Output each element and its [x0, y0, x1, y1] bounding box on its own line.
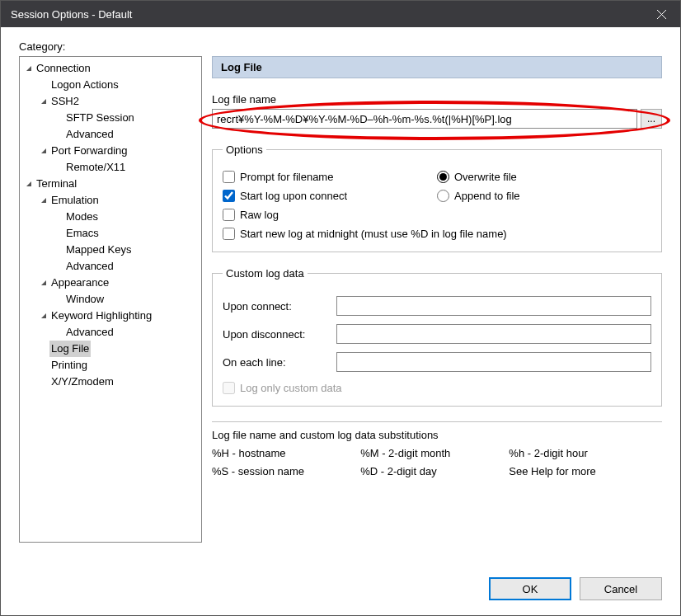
logfile-name-input[interactable] [212, 109, 637, 129]
close-icon [657, 10, 666, 19]
chevron-down-icon[interactable] [23, 65, 35, 72]
tree-item-window[interactable]: Window [20, 291, 201, 308]
tree-item-emulation[interactable]: Emulation [20, 192, 201, 209]
upon-connect-label: Upon connect: [223, 300, 330, 313]
tree-item-label: Remote/X11 [64, 159, 127, 176]
tree-item-label: Advanced [64, 258, 115, 275]
only-custom-label: Log only custom data [240, 382, 342, 394]
tree-item-label: Printing [49, 357, 89, 374]
options-legend: Options [223, 143, 266, 156]
window-title: Session Options - Default [11, 8, 132, 21]
tree-item-emacs[interactable]: Emacs [20, 225, 201, 242]
each-line-input[interactable] [336, 352, 651, 372]
tree-item-remote-x11[interactable]: Remote/X11 [20, 159, 201, 176]
sub-h: %H - hostname [212, 444, 360, 463]
tree-item-label: Modes [64, 209, 100, 225]
titlebar: Session Options - Default [1, 1, 680, 27]
tree-item-label: Emacs [64, 225, 101, 242]
tree-item-label: Port Forwarding [49, 143, 129, 159]
substitutions-section: Log file name and custom log data substi… [212, 421, 662, 481]
overwrite-label: Overwrite file [454, 171, 517, 183]
raw-log-checkbox[interactable] [223, 209, 235, 221]
tree-item-logon-actions[interactable]: Logon Actions [20, 77, 201, 93]
tree-item-advanced[interactable]: Advanced [20, 324, 201, 341]
tree-item-mapped-keys[interactable]: Mapped Keys [20, 242, 201, 258]
tree-item-label: Keyword Highlighting [49, 308, 153, 324]
chevron-down-icon[interactable] [38, 148, 49, 154]
tree-item-appearance[interactable]: Appearance [20, 275, 201, 291]
close-button[interactable] [642, 1, 680, 27]
tree-item-modes[interactable]: Modes [20, 209, 201, 225]
tree-item-keyword-highlighting[interactable]: Keyword Highlighting [20, 308, 201, 324]
tree-item-connection[interactable]: Connection [20, 60, 201, 77]
substitutions-title: Log file name and custom log data substi… [212, 429, 662, 441]
upon-connect-input[interactable] [336, 296, 651, 316]
sub-d: %D - 2-digit day [360, 463, 509, 481]
custom-log-group: Custom log data Upon connect: Upon disco… [212, 267, 662, 407]
tree-item-terminal[interactable]: Terminal [20, 176, 201, 192]
tree-item-port-forwarding[interactable]: Port Forwarding [20, 143, 201, 159]
tree-item-label: Advanced [64, 324, 115, 341]
tree-item-printing[interactable]: Printing [20, 357, 201, 374]
prompt-filename-checkbox[interactable] [223, 171, 235, 183]
custom-log-legend: Custom log data [223, 267, 308, 280]
tree-item-label: SFTP Session [64, 110, 136, 126]
tree-item-label: Connection [35, 60, 92, 77]
tree-item-label: Advanced [64, 126, 115, 143]
sub-help: See Help for more [509, 463, 657, 481]
chevron-down-icon[interactable] [38, 280, 49, 286]
sub-s: %S - session name [212, 463, 360, 481]
append-label: Append to file [454, 190, 520, 202]
options-group: Options Prompt for filename Start log up… [212, 143, 662, 252]
start-log-checkbox[interactable] [223, 190, 235, 202]
tree-item-label: Window [64, 291, 106, 308]
midnight-checkbox[interactable] [223, 228, 235, 240]
category-label: Category: [19, 40, 662, 53]
raw-log-label: Raw log [240, 209, 279, 221]
tree-item-label: Log File [49, 341, 91, 357]
chevron-down-icon[interactable] [38, 313, 49, 319]
midnight-label: Start new log at midnight (must use %D i… [240, 228, 507, 240]
cancel-button[interactable]: Cancel [580, 577, 662, 600]
append-radio[interactable] [437, 190, 449, 202]
tree-item-ssh2[interactable]: SSH2 [20, 93, 201, 110]
tree-item-advanced[interactable]: Advanced [20, 258, 201, 275]
tree-item-sftp-session[interactable]: SFTP Session [20, 110, 201, 126]
tree-item-label: Logon Actions [49, 77, 120, 93]
sub-hh: %h - 2-digit hour [509, 444, 657, 463]
ok-button[interactable]: OK [489, 577, 571, 600]
tree-item-label: X/Y/Zmodem [49, 374, 115, 390]
settings-panel: Log File Log file name ... Options Promp… [212, 56, 662, 543]
panel-heading: Log File [212, 56, 662, 78]
upon-disconnect-input[interactable] [336, 324, 651, 344]
tree-item-log-file[interactable]: Log File [20, 341, 201, 357]
tree-item-advanced[interactable]: Advanced [20, 126, 201, 143]
upon-disconnect-label: Upon disconnect: [223, 328, 330, 341]
each-line-label: On each line: [223, 356, 330, 369]
chevron-down-icon[interactable] [38, 197, 49, 204]
tree-item-label: Mapped Keys [64, 242, 134, 258]
category-tree[interactable]: ConnectionLogon ActionsSSH2SFTP SessionA… [19, 56, 202, 543]
tree-item-label: SSH2 [49, 93, 81, 110]
start-log-label: Start log upon connect [240, 190, 347, 202]
prompt-filename-label: Prompt for filename [240, 171, 333, 183]
logfile-name-label: Log file name [212, 93, 662, 106]
tree-item-x-y-zmodem[interactable]: X/Y/Zmodem [20, 374, 201, 390]
sub-m: %M - 2-digit month [360, 444, 509, 463]
tree-item-label: Emulation [49, 192, 101, 209]
overwrite-radio[interactable] [437, 171, 449, 183]
chevron-down-icon[interactable] [23, 181, 35, 187]
tree-item-label: Appearance [49, 275, 110, 291]
only-custom-checkbox [223, 382, 235, 394]
chevron-down-icon[interactable] [38, 98, 49, 105]
tree-item-label: Terminal [35, 176, 78, 192]
browse-button[interactable]: ... [641, 109, 662, 129]
